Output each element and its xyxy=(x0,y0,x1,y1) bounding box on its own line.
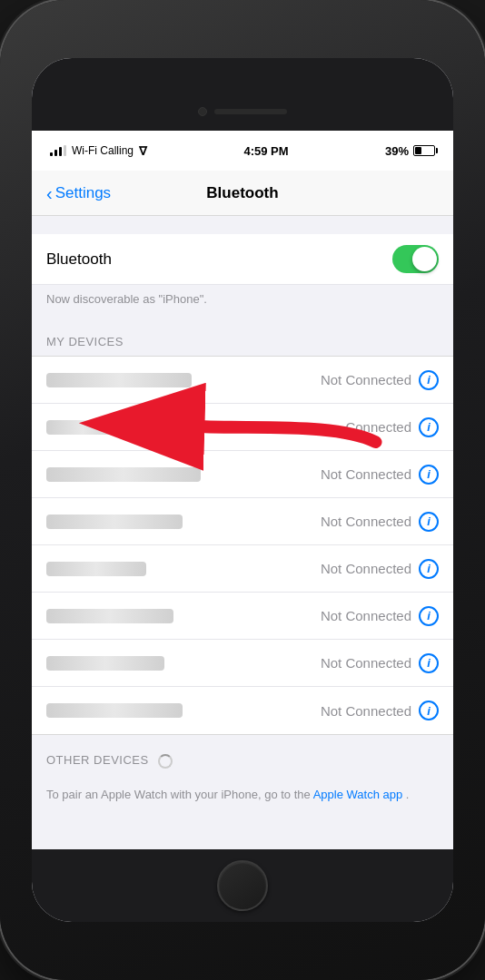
other-note-text: To pair an Apple Watch with your iPhone,… xyxy=(46,788,311,801)
device-status-text: Not Connected xyxy=(321,703,411,719)
device-name-blur xyxy=(46,703,183,718)
device-name-blur xyxy=(46,656,164,671)
device-name-area xyxy=(46,373,321,387)
battery-icon xyxy=(413,145,435,156)
device-name-blur xyxy=(46,514,183,529)
speaker-bar xyxy=(214,109,287,114)
back-button[interactable]: ‹ Settings xyxy=(46,184,111,202)
phone-screen: Wi-Fi Calling ∇ 4:59 PM 39% ‹ Settings B… xyxy=(32,58,453,922)
wifi-icon: ∇ xyxy=(139,144,147,158)
device-name-blur xyxy=(46,467,201,482)
device-status-text: Not Connected xyxy=(321,655,411,671)
my-devices-header: MY DEVICES xyxy=(32,317,453,356)
device-info-button[interactable]: i xyxy=(419,370,439,390)
device-row[interactable]: Not Connectedi xyxy=(32,687,453,734)
device-name-blur xyxy=(46,609,173,623)
device-status-text: Not Connected xyxy=(321,372,411,387)
device-name-area: AirPods xyxy=(46,418,345,436)
device-status-area: Connectedi xyxy=(345,417,439,437)
device-name-blur xyxy=(46,373,192,387)
chevron-left-icon: ‹ xyxy=(46,184,53,202)
apple-watch-app-link[interactable]: Apple Watch app xyxy=(313,788,403,801)
device-info-button[interactable]: i xyxy=(419,559,439,579)
other-devices-header: OTHER DEVICES xyxy=(32,735,453,776)
device-status-area: Not Connectedi xyxy=(321,559,439,579)
nav-bar: ‹ Settings Bluetooth xyxy=(32,171,453,216)
content-area: Bluetooth Now discoverable as "iPhone". … xyxy=(32,216,453,849)
device-info-button[interactable]: i xyxy=(419,512,439,532)
camera-dot xyxy=(198,107,207,116)
device-status-area: Not Connectedi xyxy=(321,512,439,532)
other-devices-note: To pair an Apple Watch with your iPhone,… xyxy=(32,776,453,814)
phone-frame: Wi-Fi Calling ∇ 4:59 PM 39% ‹ Settings B… xyxy=(0,0,485,980)
device-row[interactable]: AirPodsConnectedi xyxy=(32,404,453,451)
status-bar: Wi-Fi Calling ∇ 4:59 PM 39% xyxy=(32,131,453,171)
bottom-bezel xyxy=(32,849,453,922)
device-name-area xyxy=(46,467,321,482)
device-status-area: Not Connectedi xyxy=(321,606,439,626)
device-name-area xyxy=(46,514,321,529)
device-name-area xyxy=(46,703,321,718)
bluetooth-toggle-row: Bluetooth xyxy=(32,234,453,285)
device-info-button[interactable]: i xyxy=(419,653,439,673)
discoverable-text: Now discoverable as "iPhone". xyxy=(32,285,453,317)
device-info-button[interactable]: i xyxy=(419,417,439,437)
home-button[interactable] xyxy=(217,860,268,911)
other-devices-label: OTHER DEVICES xyxy=(46,753,149,767)
carrier-label: Wi-Fi Calling xyxy=(72,144,134,157)
device-name-area xyxy=(46,656,321,671)
loading-spinner-icon xyxy=(158,754,173,769)
status-right: 39% xyxy=(385,144,435,158)
device-status-area: Not Connectedi xyxy=(321,653,439,673)
device-row[interactable]: Not Connectedi xyxy=(32,498,453,545)
device-list: Not ConnectediAirPodsConnectediNot Conne… xyxy=(32,356,453,735)
device-status-text: Not Connected xyxy=(321,608,411,623)
device-status-area: Not Connectedi xyxy=(321,701,439,720)
device-name-area xyxy=(46,609,321,623)
device-status-area: Not Connectedi xyxy=(321,370,439,390)
device-status-area: Not Connectedi xyxy=(321,465,439,485)
bluetooth-label: Bluetooth xyxy=(46,250,112,269)
device-status-text: Not Connected xyxy=(321,466,411,482)
device-status-text: Not Connected xyxy=(321,561,411,576)
bluetooth-toggle[interactable] xyxy=(392,245,439,273)
device-name-area xyxy=(46,562,321,576)
other-note-end: . xyxy=(406,788,410,801)
toggle-knob xyxy=(412,247,437,271)
status-time: 4:59 PM xyxy=(243,144,288,158)
device-info-button[interactable]: i xyxy=(419,606,439,626)
device-row[interactable]: Not Connectedi xyxy=(32,357,453,404)
device-row[interactable]: Not Connectedi xyxy=(32,545,453,593)
device-info-button[interactable]: i xyxy=(419,465,439,485)
device-name-label: AirPods xyxy=(130,418,184,436)
status-left: Wi-Fi Calling ∇ xyxy=(50,144,147,158)
device-name-blur xyxy=(46,562,146,576)
device-status-text: Not Connected xyxy=(321,514,411,529)
device-row[interactable]: Not Connectedi xyxy=(32,593,453,640)
signal-bars-icon xyxy=(50,145,66,156)
device-info-button[interactable]: i xyxy=(419,701,439,720)
device-status-text: Connected xyxy=(345,419,411,435)
device-row[interactable]: Not Connectedi xyxy=(32,451,453,498)
device-row[interactable]: Not Connectedi xyxy=(32,640,453,687)
battery-pct-label: 39% xyxy=(385,144,409,158)
device-name-blur xyxy=(46,420,119,435)
page-title: Bluetooth xyxy=(206,184,278,202)
back-label: Settings xyxy=(55,184,111,202)
top-bezel xyxy=(32,58,453,131)
